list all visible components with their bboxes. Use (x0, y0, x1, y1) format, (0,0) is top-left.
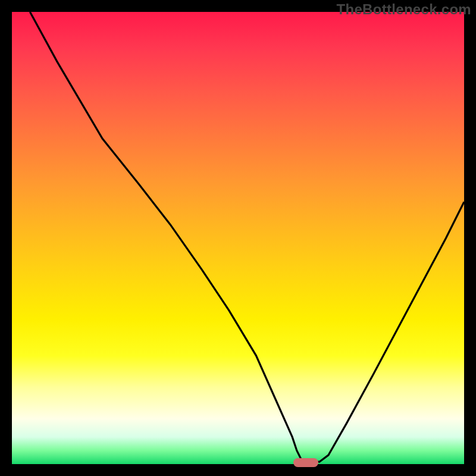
bottleneck-curve-path (30, 12, 464, 462)
bottleneck-curve-svg (12, 12, 464, 464)
watermark-text: TheBottleneck.com (337, 1, 471, 18)
optimum-marker (293, 458, 318, 467)
